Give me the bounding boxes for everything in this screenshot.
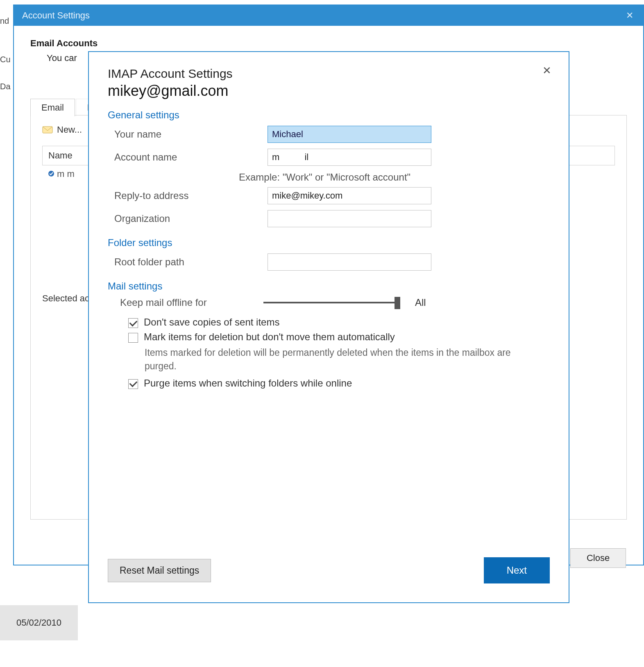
mark-delete-help: Items marked for deletion will be perman… xyxy=(145,346,533,373)
root-folder-label: Root folder path xyxy=(108,256,268,268)
default-check-icon xyxy=(48,169,54,179)
new-account-label: New... xyxy=(57,124,82,135)
slider-thumb[interactable] xyxy=(395,297,400,309)
account-row-label: m m xyxy=(57,169,75,179)
svg-point-1 xyxy=(48,171,54,176)
keep-offline-value: All xyxy=(415,297,426,308)
bg-fragment: Da xyxy=(0,82,11,91)
close-button[interactable]: Close xyxy=(570,548,626,568)
reset-mail-settings-button[interactable]: Reset Mail settings xyxy=(108,559,211,582)
mark-delete-checkbox[interactable] xyxy=(128,333,138,343)
purge-checkbox[interactable] xyxy=(128,379,138,389)
dont-save-sent-checkbox[interactable] xyxy=(128,318,138,328)
bg-fragment: Cu xyxy=(0,55,11,64)
account-settings-title: Account Settings xyxy=(22,10,90,21)
section-folder: Folder settings xyxy=(108,237,550,249)
dont-save-sent-label: Don't save copies of sent items xyxy=(144,317,279,328)
account-settings-titlebar: Account Settings ✕ xyxy=(14,5,643,26)
bg-fragment: nd xyxy=(0,16,9,26)
account-name-input[interactable] xyxy=(268,149,431,166)
imap-email: mikey@gmail.com xyxy=(108,82,550,99)
reply-to-label: Reply-to address xyxy=(108,190,268,201)
keep-offline-slider[interactable] xyxy=(263,302,399,303)
bg-date: 05/02/2010 xyxy=(0,605,78,640)
next-button[interactable]: Next xyxy=(484,557,550,583)
tab-email[interactable]: Email xyxy=(30,99,75,116)
keep-offline-label: Keep mail offline for xyxy=(120,297,255,308)
account-settings-close-icon[interactable]: ✕ xyxy=(622,9,637,23)
imap-title: IMAP Account Settings xyxy=(108,67,550,81)
account-name-hint: Example: "Work" or "Microsoft account" xyxy=(239,172,550,183)
section-general: General settings xyxy=(108,109,550,121)
mail-icon xyxy=(42,125,53,134)
reply-to-input[interactable] xyxy=(268,187,431,204)
purge-label: Purge items when switching folders while… xyxy=(144,378,352,389)
account-name-label: Account name xyxy=(108,151,268,163)
imap-close-icon[interactable]: ✕ xyxy=(542,64,551,77)
your-name-label: Your name xyxy=(108,129,268,140)
organization-label: Organization xyxy=(108,213,268,224)
section-mail: Mail settings xyxy=(108,280,550,292)
imap-settings-dialog: ✕ IMAP Account Settings mikey@gmail.com … xyxy=(88,51,569,603)
organization-input[interactable] xyxy=(268,210,431,227)
your-name-input[interactable] xyxy=(268,126,431,143)
mark-delete-label: Mark items for deletion but don't move t… xyxy=(144,331,395,343)
email-accounts-heading: Email Accounts xyxy=(30,38,627,49)
root-folder-input[interactable] xyxy=(268,253,431,271)
